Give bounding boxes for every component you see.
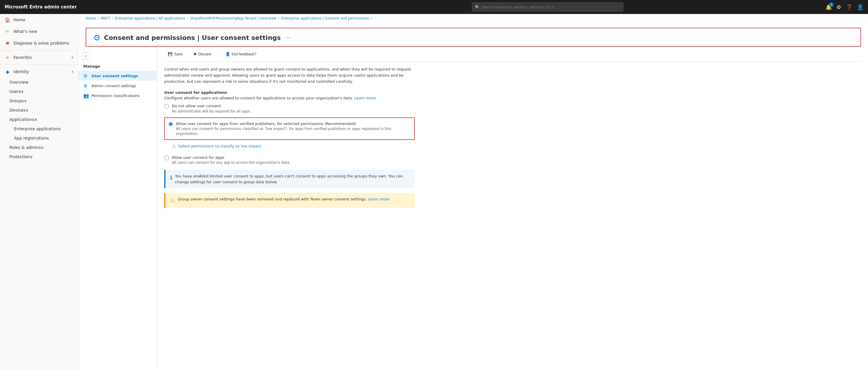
discard-label: Discard <box>198 52 211 56</box>
breadcrumb-sep-5: › <box>371 16 372 21</box>
page-header-more[interactable]: ··· <box>285 35 290 41</box>
radio-sublabel-allow-all: All users can consent for any app to acc… <box>172 160 290 165</box>
learn-more-link[interactable]: Learn more <box>354 96 376 100</box>
feedback-label: Got feedback? <box>232 52 257 56</box>
radio-verified-publishers[interactable] <box>168 122 173 126</box>
permission-class-icon: 👥 <box>83 93 89 98</box>
profile-icon[interactable]: 👤 <box>857 4 863 10</box>
sidebar-item-label: Overview <box>9 80 29 85</box>
search-input[interactable] <box>482 5 620 9</box>
app-title: Microsoft Entra admin center <box>5 4 77 10</box>
sidebar-item-enterprise-apps[interactable]: Enterprise applications <box>0 124 79 133</box>
discard-button[interactable]: ✖ Discard <box>190 50 215 58</box>
favorites-chevron: ∨ <box>71 55 74 59</box>
settings-icon[interactable]: ⚙️ <box>837 4 841 10</box>
radio-verified-label[interactable]: Allow user consent for apps from verifie… <box>176 121 411 136</box>
breadcrumb-sep-4: › <box>278 16 280 21</box>
sidebar-item-users[interactable]: Users ∨ <box>0 87 79 96</box>
sidebar-item-label: Roles & admins <box>9 145 41 150</box>
radio-label-allow-all: Allow user consent for apps <box>172 155 290 160</box>
favorites-icon: ★ <box>5 55 10 60</box>
breadcrumb-msft[interactable]: MSFT <box>101 16 110 21</box>
applications-chevron: ∧ <box>34 117 37 122</box>
sidebar-item-protection[interactable]: Protection ∨ <box>0 152 79 161</box>
sidebar-item-applications[interactable]: Applications ∧ <box>0 115 79 124</box>
radio-sublabel-no-consent: An administrator will be required for al… <box>172 109 251 114</box>
devices-chevron: ∨ <box>25 108 28 113</box>
warning-learn-more-link[interactable]: Learn more <box>368 197 390 201</box>
radio-sublabel-verified: All users can consent for permissions cl… <box>176 126 411 136</box>
nav-item-label: User consent settings <box>91 74 138 78</box>
page-title: Consent and permissions <box>104 34 195 41</box>
sidebar-item-app-registrations[interactable]: App registrations <box>0 133 79 143</box>
main-layout: 🏠 Home ✏️ What's new ✖ Diagnose & solve … <box>0 14 868 370</box>
radio-label-no-consent: Do not allow user consent <box>172 103 251 109</box>
warning-box-content: Group owner consent settings have been r… <box>178 197 367 201</box>
sidebar-item-label: App registrations <box>14 136 49 141</box>
warning-box-text: Group owner consent settings have been r… <box>178 196 390 202</box>
sidebar-item-label: Diagnose & solve problems <box>13 41 69 45</box>
main-description: Control when end users and group owners … <box>164 66 415 85</box>
users-chevron: ∨ <box>21 89 24 94</box>
sidebar-item-roles-admins[interactable]: Roles & admins ∨ <box>0 143 79 152</box>
topbar-icons: 🔔 3 ⚙️ ❓ 👤 <box>826 4 863 10</box>
radio-no-consent-label[interactable]: Do not allow user consent An administrat… <box>172 103 251 114</box>
sidebar-item-label: Protection <box>9 154 30 159</box>
nav-item-permission-class[interactable]: 👥 Permission classifications <box>79 91 157 100</box>
section-desc-text: Configure whether users are allowed to c… <box>164 96 353 100</box>
nav-item-label: Permission classifications <box>91 94 140 98</box>
sidebar-item-groups[interactable]: Groups ∨ <box>0 96 79 105</box>
radio-allow-all-label[interactable]: Allow user consent for apps All users ca… <box>172 155 290 165</box>
section-desc: Configure whether users are allowed to c… <box>164 96 861 100</box>
breadcrumb-sep-3: › <box>187 16 188 21</box>
info-icon: ℹ <box>170 174 172 182</box>
sidebar: 🏠 Home ✏️ What's new ✖ Diagnose & solve … <box>0 14 79 370</box>
save-label: Save <box>174 52 183 56</box>
sidebar-item-diagnose[interactable]: ✖ Diagnose & solve problems <box>0 37 79 49</box>
sidebar-item-label: Groups <box>9 98 24 103</box>
sidebar-item-whats-new[interactable]: ✏️ What's new <box>0 26 79 37</box>
notification-icon[interactable]: 🔔 3 <box>826 4 832 10</box>
radio-no-consent[interactable] <box>164 104 169 109</box>
page-header-title: Consent and permissions | User consent s… <box>104 34 281 41</box>
home-icon: 🏠 <box>5 17 10 23</box>
breadcrumb-home[interactable]: Home <box>86 16 96 21</box>
groups-chevron: ∨ <box>24 98 27 103</box>
radio-allow-all[interactable] <box>164 156 169 160</box>
sidebar-item-devices[interactable]: Devices ∨ <box>0 105 79 115</box>
sidebar-item-label: Devices <box>9 108 25 113</box>
notification-badge: 3 <box>829 2 834 7</box>
radio-label-verified: Allow user consent for apps from verifie… <box>176 121 411 127</box>
breadcrumb: Home › MSFT › Enterprise applications | … <box>79 14 868 23</box>
diagnose-icon: ✖ <box>5 40 10 46</box>
feedback-button[interactable]: 👤 Got feedback? <box>222 50 260 58</box>
breadcrumb-enterprise-apps[interactable]: Enterprise applications | All applicatio… <box>115 16 185 21</box>
breadcrumb-consent[interactable]: Enterprise applications | Consent and pe… <box>281 16 369 21</box>
collapse-button[interactable]: « <box>82 53 89 59</box>
save-button[interactable]: 💾 Save <box>164 50 186 58</box>
breadcrumb-sharepoint[interactable]: SharePointPnP.ProvisioningApp.Tenant | O… <box>190 16 276 21</box>
sidebar-item-favorites[interactable]: ★ Favorites ∨ <box>0 52 79 63</box>
right-content: 💾 Save ✖ Discard 👤 Got feedback? Control… <box>157 47 868 370</box>
sidebar-divider-1 <box>0 50 79 51</box>
left-nav-section: Manage <box>79 63 157 71</box>
nav-item-user-consent[interactable]: ⚙ User consent settings <box>79 71 157 81</box>
nav-item-admin-consent[interactable]: ⚙ Admin consent settings <box>79 81 157 91</box>
radio-option-verified: Allow user consent for apps from verifie… <box>168 121 411 136</box>
page-header-icon: ⚙️ <box>93 33 100 42</box>
sidebar-item-label: Users <box>9 89 21 94</box>
radio-highlight-verified: Allow user consent for apps from verifie… <box>164 117 415 140</box>
sidebar-item-home[interactable]: 🏠 Home <box>0 14 79 26</box>
discard-icon: ✖ <box>193 52 196 56</box>
nav-item-label: Admin consent settings <box>91 84 136 88</box>
save-icon: 💾 <box>168 52 173 56</box>
help-icon[interactable]: ❓ <box>846 4 852 10</box>
low-impact-link[interactable]: Select permissions to classify as low im… <box>178 144 261 148</box>
sidebar-item-identity[interactable]: ◆ Identity ∧ <box>0 66 79 78</box>
section-title: User consent for applications <box>164 90 861 95</box>
identity-icon: ◆ <box>5 69 10 74</box>
sidebar-item-overview[interactable]: Overview <box>0 78 79 87</box>
sidebar-item-label: What's new <box>13 29 37 34</box>
toolbar: 💾 Save ✖ Discard 👤 Got feedback? <box>164 47 861 62</box>
search-bar[interactable]: 🔍 <box>472 2 623 12</box>
